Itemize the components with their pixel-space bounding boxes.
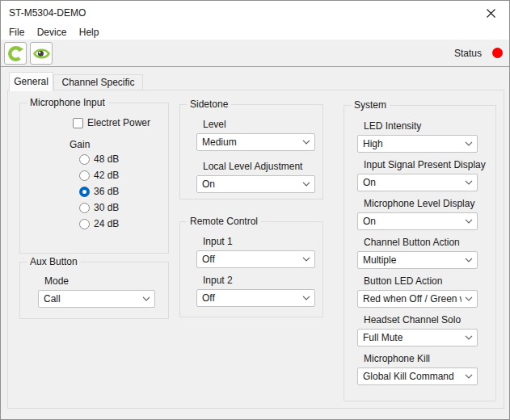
field-led-intensity: LED Intensity High xyxy=(357,120,478,153)
toolbar: Status xyxy=(1,40,509,67)
field-label: Microphone Kill xyxy=(357,353,478,364)
menu-bar: File Device Help xyxy=(1,25,509,40)
group-title: Sidetone xyxy=(187,99,231,111)
group-title: Remote Control xyxy=(187,216,261,228)
tab-general[interactable]: General xyxy=(9,72,53,91)
radio-icon xyxy=(79,219,90,229)
level-select[interactable]: Medium xyxy=(196,133,315,151)
group-title: Aux Button xyxy=(27,256,81,268)
checkbox-label: Electret Power xyxy=(87,117,150,128)
group-title: System xyxy=(351,99,390,111)
field-button-led-action: Button LED Action Red when Off / Green w… xyxy=(357,275,478,308)
group-aux-button: Aux Button Mode Call xyxy=(19,262,169,319)
radio-icon xyxy=(79,170,90,181)
chevron-down-icon xyxy=(302,182,310,187)
button-led-action-select[interactable]: Red when Off / Green whe xyxy=(357,290,478,308)
radio-label: 42 dB xyxy=(94,170,119,181)
headset-channel-solo-select[interactable]: Full Mute xyxy=(357,329,478,346)
view-button[interactable] xyxy=(30,42,53,65)
field-label: Input Signal Present Display xyxy=(357,159,478,170)
combo-value: On xyxy=(363,216,462,227)
combo-value: Full Mute xyxy=(363,332,462,343)
input-1-select[interactable]: Off xyxy=(196,250,315,268)
gain-radio-30db[interactable]: 30 dB xyxy=(79,202,119,213)
radio-label: 24 dB xyxy=(94,218,119,229)
radio-label: 36 dB xyxy=(94,186,119,197)
gain-radio-36db[interactable]: 36 dB xyxy=(79,186,119,197)
field-level: Level Medium xyxy=(196,119,315,151)
chevron-down-icon xyxy=(142,296,150,301)
field-label: Input 2 xyxy=(196,275,315,286)
menu-device[interactable]: Device xyxy=(32,25,72,40)
combo-value: Medium xyxy=(202,136,299,148)
input-signal-present-display-select[interactable]: On xyxy=(357,174,478,191)
chevron-down-icon xyxy=(465,219,473,224)
tab-page-general: Microphone Input Electret Power Gain 48 … xyxy=(7,90,504,409)
channel-button-action-select[interactable]: Multiple xyxy=(357,251,478,269)
chevron-down-icon xyxy=(465,335,473,340)
gain-radio-48db[interactable]: 48 dB xyxy=(79,153,119,165)
close-icon xyxy=(487,9,495,18)
chevron-down-icon xyxy=(465,258,473,262)
combo-value: Multiple xyxy=(363,254,462,266)
group-remote-control: Remote Control Input 1 Off Input 2 Off xyxy=(179,221,323,317)
local-level-adjustment-select[interactable]: On xyxy=(196,175,315,193)
field-label: Input 1 xyxy=(196,236,315,247)
chevron-down-icon xyxy=(465,180,473,185)
microphone-level-display-select[interactable]: On xyxy=(357,212,478,230)
field-input-signal-present-display: Input Signal Present Display On xyxy=(357,159,478,191)
field-label: Channel Button Action xyxy=(357,237,478,248)
combo-value: On xyxy=(363,177,462,188)
gain-radio-24db[interactable]: 24 dB xyxy=(79,218,119,229)
tab-channel-specific[interactable]: Channel Specific xyxy=(53,74,143,90)
combo-value: Red when Off / Green whe xyxy=(363,293,462,304)
field-label: Headset Channel Solo xyxy=(357,314,478,326)
electret-power-checkbox[interactable]: Electret Power xyxy=(73,117,150,128)
chevron-down-icon xyxy=(465,141,473,146)
status-label: Status xyxy=(454,48,482,59)
field-microphone-level-display: Microphone Level Display On xyxy=(357,198,478,230)
combo-value: Call xyxy=(44,293,139,304)
field-input-1: Input 1 Off xyxy=(196,236,315,268)
field-label: Local Level Adjustment xyxy=(196,161,315,172)
combo-value: On xyxy=(202,178,299,190)
refresh-button[interactable] xyxy=(4,42,27,65)
combo-value: Off xyxy=(202,254,299,265)
eye-icon xyxy=(33,45,50,62)
field-mode: Mode Call xyxy=(38,275,155,308)
combo-value: Global Kill Command xyxy=(363,371,462,382)
field-label: Level xyxy=(196,119,315,130)
radio-label: 30 dB xyxy=(94,202,119,213)
field-channel-button-action: Channel Button Action Multiple xyxy=(357,237,478,269)
microphone-kill-select[interactable]: Global Kill Command xyxy=(357,368,478,385)
mode-select[interactable]: Call xyxy=(38,290,155,308)
combo-value: Off xyxy=(202,292,299,304)
group-system: System LED Intensity High Input Signal P… xyxy=(344,105,496,401)
radio-icon xyxy=(79,154,90,165)
field-label: Button LED Action xyxy=(357,275,478,287)
status-indicator: Status xyxy=(454,40,503,66)
menu-file[interactable]: File xyxy=(4,25,29,40)
close-button[interactable] xyxy=(474,2,508,24)
field-local-level-adjustment: Local Level Adjustment On xyxy=(196,161,315,193)
radio-label: 48 dB xyxy=(94,153,119,165)
menu-help[interactable]: Help xyxy=(74,25,104,40)
field-label: LED Intensity xyxy=(357,120,478,132)
app-window: ST-M5304-DEMO File Device Help xyxy=(0,0,510,420)
gain-radio-42db[interactable]: 42 dB xyxy=(79,170,119,181)
field-microphone-kill: Microphone Kill Global Kill Command xyxy=(357,353,478,385)
chevron-down-icon xyxy=(465,374,473,379)
checkbox-icon xyxy=(73,118,83,128)
input-2-select[interactable]: Off xyxy=(196,289,315,307)
field-label: Microphone Level Display xyxy=(357,198,478,209)
chevron-down-icon xyxy=(302,257,310,262)
chevron-down-icon xyxy=(302,140,310,145)
led-intensity-select[interactable]: High xyxy=(357,135,478,153)
title-bar: ST-M5304-DEMO xyxy=(1,1,509,25)
group-sidetone: Sidetone Level Medium Local Level Adjust… xyxy=(179,104,323,200)
combo-value: High xyxy=(363,138,462,149)
refresh-icon xyxy=(7,45,24,62)
field-headset-channel-solo: Headset Channel Solo Full Mute xyxy=(357,314,478,346)
radio-icon xyxy=(79,187,90,197)
field-label: Mode xyxy=(38,275,155,287)
